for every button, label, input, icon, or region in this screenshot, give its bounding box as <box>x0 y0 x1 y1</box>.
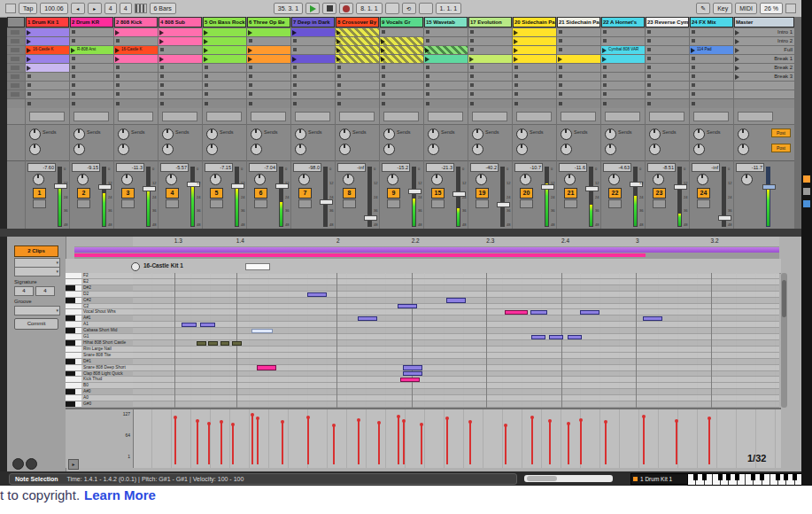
clip-slot[interactable] <box>247 46 290 54</box>
track-activator[interactable] <box>254 199 267 208</box>
send-knob-a[interactable] <box>339 128 351 140</box>
track-stop-row[interactable] <box>159 99 202 108</box>
midi-note[interactable] <box>446 298 466 302</box>
track-header[interactable]: 23 Reverse Cymbal <box>646 17 689 27</box>
loop-brace[interactable] <box>74 246 779 259</box>
volume-value[interactable]: -7.15 <box>205 163 233 172</box>
clip-slot[interactable] <box>380 37 423 45</box>
send-knob-a[interactable] <box>693 128 705 140</box>
io-chooser[interactable] <box>206 112 242 121</box>
clip-slot[interactable] <box>114 28 158 36</box>
track-activator[interactable] <box>77 199 90 208</box>
clip-slot[interactable] <box>380 64 423 72</box>
send-knob-a[interactable] <box>118 128 129 140</box>
volume-value[interactable]: -98.0 <box>293 163 321 172</box>
midi-note[interactable] <box>531 335 545 339</box>
clip-slot[interactable] <box>203 64 246 72</box>
clip-slot[interactable] <box>468 46 512 54</box>
velocity-marker[interactable] <box>378 424 380 464</box>
clip-slot[interactable] <box>336 82 379 90</box>
clip-slot[interactable] <box>424 73 468 81</box>
piano-key[interactable] <box>66 395 81 401</box>
scene-slot[interactable]: Break 1 <box>734 55 794 63</box>
clip-slot[interactable] <box>513 37 556 45</box>
send-knob-a[interactable] <box>649 128 661 140</box>
loop-start-field[interactable]: 8. 1. 1 <box>356 3 382 14</box>
piano-key[interactable] <box>66 334 81 340</box>
mini-black-key[interactable] <box>702 474 707 480</box>
pan-knob[interactable] <box>431 174 443 185</box>
time-signature-denominator[interactable]: 4 <box>120 3 132 14</box>
clip-slot[interactable] <box>557 82 600 90</box>
clip-slot[interactable] <box>557 28 600 36</box>
volume-value[interactable]: -11.3 <box>116 163 144 172</box>
clip-slot[interactable] <box>380 82 423 90</box>
track-stop-row[interactable] <box>601 99 645 108</box>
send-knob-b[interactable] <box>693 144 705 155</box>
piano-key[interactable] <box>66 309 81 315</box>
clip-slot[interactable] <box>380 73 423 81</box>
send-knob-a[interactable] <box>206 128 218 140</box>
velocity-marker[interactable] <box>403 422 405 464</box>
track-number[interactable]: 19 <box>476 188 489 199</box>
track-number[interactable]: 15 <box>431 188 445 199</box>
track-stop-row[interactable] <box>424 99 468 108</box>
clip-slot[interactable] <box>70 28 113 36</box>
clip-slot[interactable] <box>601 55 645 63</box>
send-knob-a[interactable] <box>162 128 174 140</box>
track-number[interactable]: 7 <box>298 188 312 199</box>
midi-note[interactable] <box>257 365 276 370</box>
send-knob-b[interactable] <box>251 144 262 155</box>
track-activator[interactable] <box>697 199 710 208</box>
piano-key[interactable] <box>66 285 81 292</box>
clip-slot[interactable] <box>380 90 423 98</box>
clip-slot[interactable] <box>26 82 69 90</box>
clip-slot[interactable] <box>424 37 468 45</box>
clip-slot[interactable] <box>690 82 733 90</box>
clip-slot[interactable] <box>646 55 689 63</box>
track-header[interactable]: 4 808 Sub <box>159 17 202 27</box>
clip-slot[interactable] <box>70 73 113 81</box>
stop-button[interactable] <box>322 3 336 14</box>
clip-slot[interactable] <box>646 90 689 98</box>
velocity-marker[interactable] <box>398 417 399 464</box>
mini-white-key[interactable] <box>770 474 778 485</box>
send-knob-b[interactable] <box>73 144 85 155</box>
window-splitter[interactable] <box>0 229 812 237</box>
pan-knob[interactable] <box>520 174 531 185</box>
clip-slot[interactable] <box>247 37 290 45</box>
piano-key[interactable] <box>66 365 81 371</box>
io-chooser[interactable] <box>295 112 330 121</box>
clip-slot[interactable] <box>690 90 733 98</box>
mini-black-key[interactable] <box>793 474 797 480</box>
send-knob-a[interactable] <box>383 128 395 140</box>
track-number[interactable]: 21 <box>564 188 577 199</box>
velocity-marker[interactable] <box>531 418 533 464</box>
velocity-marker[interactable] <box>208 424 210 464</box>
envelope-tab-button[interactable] <box>12 458 24 470</box>
clip-slot[interactable] <box>159 73 202 81</box>
clip-slot[interactable] <box>114 82 158 90</box>
clip-slot[interactable] <box>247 73 290 81</box>
clip-slot[interactable] <box>291 46 335 54</box>
volume-value[interactable]: -4.63 <box>603 163 631 172</box>
gutter-slot[interactable] <box>7 37 25 45</box>
clip-slot[interactable] <box>70 37 113 45</box>
clip-slot[interactable] <box>513 73 556 81</box>
track-number[interactable]: 5 <box>210 188 223 199</box>
piano-key[interactable] <box>66 292 81 298</box>
track-number[interactable]: 20 <box>520 188 533 199</box>
clip-slot[interactable] <box>203 90 246 98</box>
punch-out-button[interactable] <box>419 3 433 14</box>
clip-slot[interactable] <box>424 90 468 98</box>
track-header[interactable]: 22 A Hornet's <box>601 17 645 27</box>
quantize-menu[interactable]: 6 Bars <box>150 3 176 14</box>
tap-tempo-button[interactable]: Tap <box>19 3 37 14</box>
track-number[interactable]: 2 <box>77 188 90 199</box>
clip-slot[interactable] <box>159 28 202 36</box>
midi-note[interactable] <box>232 341 242 346</box>
midi-note[interactable] <box>307 292 327 297</box>
io-chooser[interactable] <box>118 112 153 121</box>
gutter-slot[interactable] <box>7 28 25 36</box>
mini-white-key[interactable] <box>746 474 754 485</box>
